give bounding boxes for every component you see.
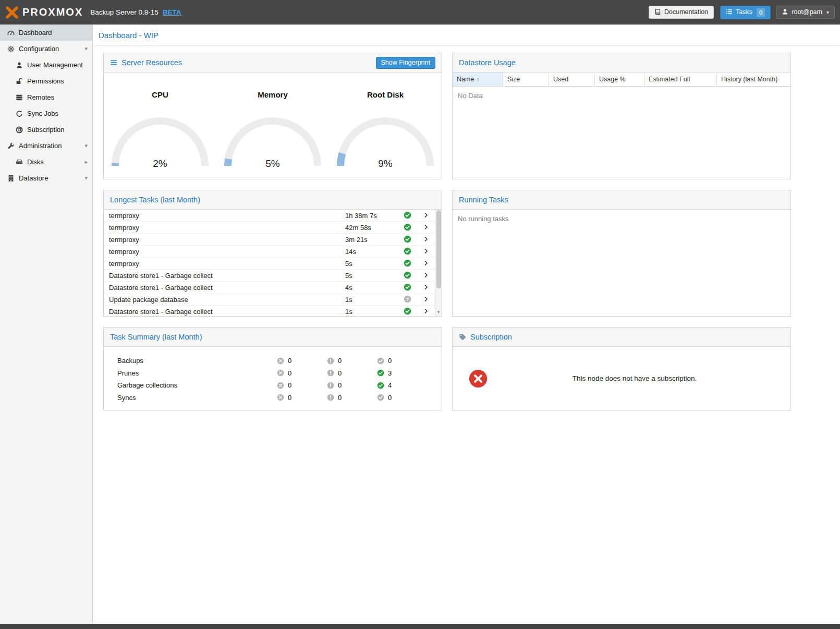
sidebar-item-remotes[interactable]: Remotes bbox=[0, 89, 92, 105]
error-count: 0 bbox=[288, 381, 291, 389]
check-circle-icon bbox=[377, 382, 384, 389]
task-row[interactable]: Update package database1s? bbox=[104, 294, 435, 306]
left-column: Server Resources Show Fingerprint CPU2%M… bbox=[103, 53, 442, 410]
column-header-history-last-month[interactable]: History (last Month) bbox=[717, 72, 790, 86]
user-menu-button[interactable]: root@pam ▾ bbox=[776, 6, 835, 19]
subscription-status-icon bbox=[468, 369, 488, 389]
error-count-cell[interactable]: 0 bbox=[277, 381, 327, 389]
chevron-right-icon[interactable] bbox=[417, 224, 435, 231]
ok-count-cell[interactable]: 0 bbox=[377, 394, 427, 402]
ok-count: 0 bbox=[388, 394, 392, 402]
sidebar-item-label: Subscription bbox=[27, 126, 65, 134]
sidebar-item-subscription[interactable]: Subscription bbox=[0, 122, 92, 138]
column-header-used[interactable]: Used bbox=[549, 72, 595, 86]
subscription-header: Subscription bbox=[453, 328, 790, 347]
sidebar-item-datastore[interactable]: Datastore▾ bbox=[0, 170, 92, 186]
gauge-cpu: CPU2% bbox=[104, 80, 216, 179]
ticket-icon bbox=[459, 333, 466, 341]
chevron-right-icon[interactable] bbox=[417, 272, 435, 279]
chevron-right-icon[interactable] bbox=[417, 296, 435, 303]
chevron-right-icon[interactable] bbox=[417, 236, 435, 243]
chevron-right-icon[interactable] bbox=[417, 248, 435, 255]
ok-count-cell[interactable]: 3 bbox=[377, 369, 427, 377]
datastore-grid-header: Name↑SizeUsedUsage %Estimated FullHistor… bbox=[453, 72, 790, 87]
caret-down-icon[interactable]: ▾ bbox=[84, 45, 88, 52]
tasks-label: Tasks bbox=[736, 8, 752, 16]
task-duration: 5s bbox=[345, 272, 397, 280]
longest-tasks-panel: Longest Tasks (last Month) termproxy1h 3… bbox=[103, 190, 442, 317]
error-count-cell[interactable]: 0 bbox=[277, 394, 327, 402]
scrollbar-thumb[interactable] bbox=[436, 210, 441, 288]
warning-count-cell[interactable]: 0 bbox=[327, 357, 377, 365]
warning-count-cell[interactable]: 0 bbox=[327, 369, 377, 377]
sidebar-item-dashboard[interactable]: Dashboard bbox=[0, 25, 92, 41]
column-header-name[interactable]: Name↑ bbox=[453, 72, 503, 86]
datastore-empty-text: No Data bbox=[453, 87, 790, 105]
gauge-root-disk: Root Disk9% bbox=[329, 80, 442, 179]
sidebar-item-user-management[interactable]: User Management bbox=[0, 57, 92, 73]
beta-link[interactable]: BETA bbox=[163, 8, 181, 16]
summary-label: Syncs bbox=[117, 394, 277, 402]
longest-tasks-header: Longest Tasks (last Month) bbox=[104, 190, 442, 210]
sidebar-item-permissions[interactable]: Permissions bbox=[0, 73, 92, 89]
task-row[interactable]: Datastore store1 - Garbage collect1s bbox=[104, 306, 435, 316]
chevron-right-icon[interactable] bbox=[417, 212, 435, 219]
task-row[interactable]: Datastore store1 - Garbage collect4s bbox=[104, 282, 435, 294]
task-name: Update package database bbox=[104, 296, 345, 304]
task-row[interactable]: termproxy42m 58s bbox=[104, 222, 435, 234]
task-row[interactable]: termproxy5s bbox=[104, 258, 435, 270]
sidebar-item-sync-jobs[interactable]: Sync Jobs bbox=[0, 105, 92, 122]
warning-count-cell[interactable]: 0 bbox=[327, 381, 377, 389]
times-circle-icon bbox=[277, 382, 284, 389]
scrollbar[interactable]: ▾ bbox=[435, 210, 442, 316]
check-circle-icon bbox=[397, 235, 417, 244]
sidebar-item-label: Dashboard bbox=[19, 29, 52, 37]
tasks-button[interactable]: Tasks 0 bbox=[720, 6, 771, 19]
chevron-right-icon[interactable] bbox=[417, 308, 435, 314]
task-name: Datastore store1 - Garbage collect bbox=[104, 308, 345, 316]
caret-down-icon[interactable]: ▾ bbox=[84, 175, 88, 182]
longest-tasks-list: termproxy1h 38m 7stermproxy42m 58stermpr… bbox=[104, 210, 435, 316]
chevron-right-icon[interactable] bbox=[417, 260, 435, 267]
chevron-right-icon[interactable] bbox=[417, 284, 435, 291]
gauge-value: 5% bbox=[221, 158, 325, 170]
sidebar-item-label: Sync Jobs bbox=[27, 110, 58, 117]
ok-count-cell[interactable]: 4 bbox=[377, 381, 427, 389]
error-count-cell[interactable]: 0 bbox=[277, 357, 327, 365]
task-name: termproxy bbox=[104, 248, 345, 256]
gears-icon bbox=[6, 45, 15, 53]
proxmox-logo[interactable]: PROXMOX bbox=[5, 6, 83, 19]
exclamation-circle-icon bbox=[327, 369, 334, 377]
gauge-label: CPU bbox=[152, 90, 168, 99]
documentation-button[interactable]: Documentation bbox=[649, 6, 714, 19]
task-duration: 1h 38m 7s bbox=[345, 212, 397, 220]
task-row[interactable]: termproxy1h 38m 7s bbox=[104, 210, 435, 222]
caret-right-icon[interactable]: ▸ bbox=[84, 159, 88, 165]
show-fingerprint-button[interactable]: Show Fingerprint bbox=[376, 57, 436, 69]
warning-count-cell[interactable]: 0 bbox=[327, 394, 377, 402]
warning-count: 0 bbox=[338, 357, 342, 365]
task-duration: 42m 58s bbox=[345, 224, 397, 232]
proxmox-x-icon bbox=[5, 6, 19, 19]
check-circle-icon bbox=[397, 223, 417, 232]
sidebar: DashboardConfiguration▾User ManagementPe… bbox=[0, 25, 93, 624]
summary-label: Backups bbox=[117, 357, 277, 365]
column-header-usage[interactable]: Usage % bbox=[595, 72, 644, 86]
column-header-estimated-full[interactable]: Estimated Full bbox=[644, 72, 717, 86]
task-row[interactable]: termproxy3m 21s bbox=[104, 234, 435, 246]
task-row[interactable]: termproxy14s bbox=[104, 246, 435, 258]
tasks-count-badge: 0 bbox=[757, 8, 765, 17]
gauge-memory: Memory5% bbox=[216, 80, 329, 179]
ok-count-cell[interactable]: 0 bbox=[377, 357, 427, 365]
scrollbar-down-arrow-icon[interactable]: ▾ bbox=[435, 309, 442, 316]
sidebar-item-disks[interactable]: Disks▸ bbox=[0, 154, 92, 170]
datastore-usage-title: Datastore Usage bbox=[459, 58, 516, 67]
sidebar-item-administration[interactable]: Administration▾ bbox=[0, 138, 92, 154]
error-count-cell[interactable]: 0 bbox=[277, 369, 327, 377]
caret-down-icon[interactable]: ▾ bbox=[84, 142, 88, 149]
column-header-size[interactable]: Size bbox=[503, 72, 549, 86]
sidebar-item-configuration[interactable]: Configuration▾ bbox=[0, 41, 92, 57]
task-row[interactable]: Datastore store1 - Garbage collect5s bbox=[104, 270, 435, 282]
running-tasks-header: Running Tasks bbox=[453, 190, 790, 210]
sidebar-item-label: Configuration bbox=[19, 45, 59, 53]
